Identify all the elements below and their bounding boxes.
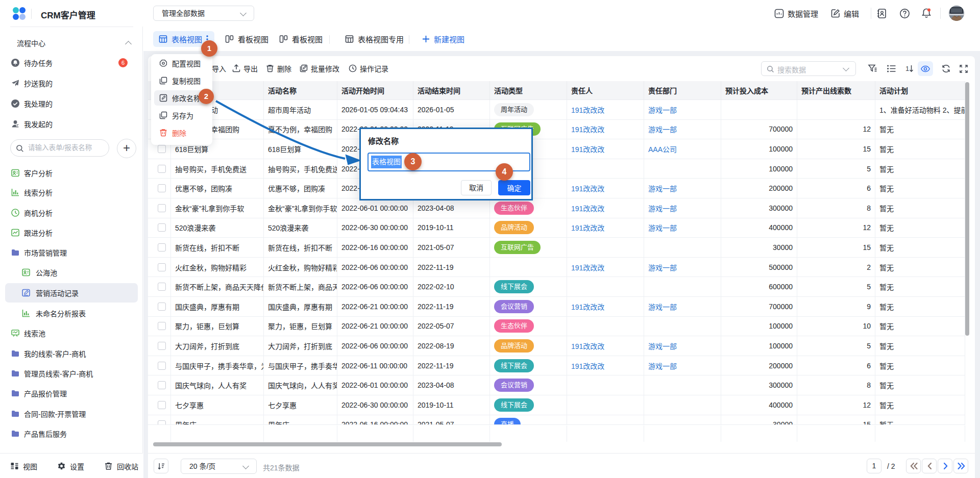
svg-text:1: 1 [905,65,909,72]
